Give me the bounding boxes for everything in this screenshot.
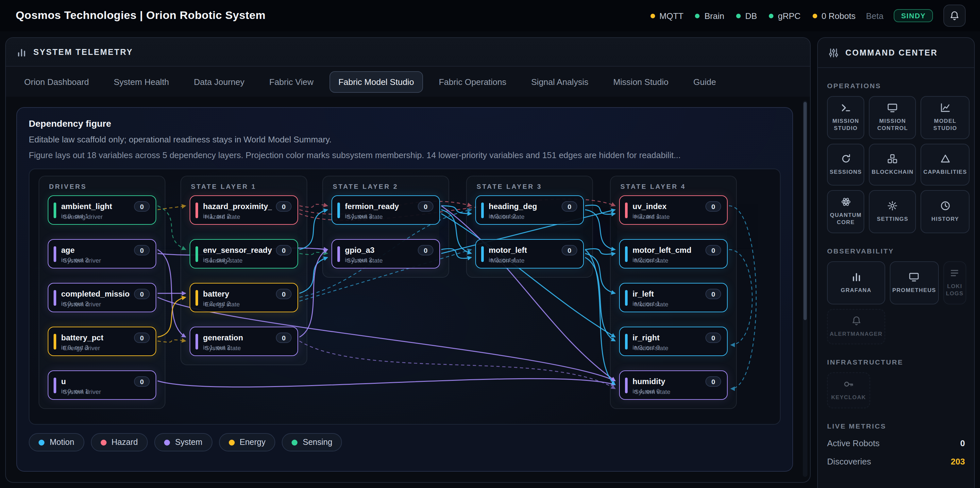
graph-node-completed_missions[interactable]: completed_missions0in 0, out 2System dri… [48, 283, 156, 312]
cc-button-capabilities[interactable]: CAPABILITIES [921, 144, 970, 185]
node-title-row: motor_left_cmd0 [633, 245, 721, 255]
cc-button-model-studio[interactable]: MODEL STUDIO [921, 96, 970, 139]
cc-button-prometheus[interactable]: PROMETHEUS [890, 261, 939, 304]
legend-label: Motion [50, 438, 74, 447]
legend-energy[interactable]: Energy [219, 433, 275, 452]
bell-icon [949, 11, 960, 21]
legend-hazard[interactable]: Hazard [91, 433, 148, 452]
node-name: hazard_proximity_m [203, 201, 272, 211]
tab-guide[interactable]: Guide [684, 71, 725, 92]
node-content: motor_left_cmd0in 2, out 1Motion state [633, 245, 721, 263]
graph-node-humidity[interactable]: humidity0in 4, out 0System state [619, 371, 728, 400]
status-grpc: gRPC [769, 11, 800, 21]
cc-button-sessions[interactable]: SESSIONS [827, 144, 864, 185]
legend-motion[interactable]: Motion [29, 433, 84, 452]
node-accent-bar [625, 290, 627, 306]
scrollbar-thumb[interactable] [803, 102, 807, 320]
tab-fabric-view[interactable]: Fabric View [260, 71, 323, 92]
legend-sensing[interactable]: Sensing [282, 433, 342, 452]
status-dot [695, 13, 700, 18]
cc-button-label: MISSION CONTROL [872, 117, 913, 133]
node-title-row: completed_missions0 [61, 288, 150, 299]
node-name: motor_left_cmd [633, 245, 691, 255]
edge-heading_deg-to-uv_index [585, 205, 615, 214]
legend-dot [100, 439, 106, 445]
graph-node-battery_pct[interactable]: battery_pct0in 0, out 3Energy driver [48, 326, 156, 356]
node-name: env_sensor_ready [203, 245, 272, 255]
cc-button-label: MODEL STUDIO [923, 117, 967, 133]
node-subsystem-text: System state [635, 388, 670, 395]
cc-button-loki-logs[interactable]: LOKI LOGS [943, 261, 966, 304]
tab-signal-analysis[interactable]: Signal Analysis [522, 71, 598, 92]
cc-button-history[interactable]: HISTORY [921, 190, 970, 233]
loki-logs-icon [950, 268, 960, 278]
node-name: fermion_ready [345, 201, 399, 211]
cc-button-label: QUANTUM CORE [830, 212, 862, 227]
legend-dot [291, 439, 298, 445]
telemetry-scrollbar[interactable] [803, 101, 807, 477]
cc-button-settings[interactable]: SETTINGS [869, 190, 916, 233]
tab-data-journey[interactable]: Data Journey [185, 71, 254, 92]
node-content: age0in 0, out 2System driver [61, 245, 150, 263]
tab-system-health[interactable]: System Health [105, 71, 178, 92]
graph-node-hazard_proximity_m[interactable]: hazard_proximity_m0in 1, out 2Hazard sta… [189, 195, 298, 225]
node-title-row: age0 [61, 245, 150, 255]
graph-node-ir_left[interactable]: ir_left0in 1, out 1Motion state [619, 283, 728, 312]
node-subtitle: in 1, out 2Sensing state [203, 256, 291, 263]
node-accent-bar [54, 246, 56, 261]
legend-label: Energy [240, 438, 266, 447]
tab-mission-studio[interactable]: Mission Studio [604, 71, 678, 92]
graph-node-ir_right[interactable]: ir_right0in 3, out 0Motion state [619, 326, 728, 356]
cc-button-keycloak[interactable]: KEYCLOAK [827, 373, 870, 408]
graph-node-battery[interactable]: battery0in 2, out 2Energy state [189, 283, 298, 312]
graph-node-heading_deg[interactable]: heading_deg0in 3, out 2Motion state [475, 195, 584, 225]
node-accent-bar [54, 333, 56, 349]
model-studio-icon [940, 103, 951, 113]
node-subtitle: in 3, out 4Motion state [489, 256, 577, 263]
notifications-button[interactable] [943, 5, 966, 27]
node-title-row: battery0 [203, 288, 291, 299]
status-label: DB [745, 11, 757, 21]
graph-node-uv_index[interactable]: uv_index0in 3, out 1Hazard state [619, 195, 728, 225]
main-layout: SYSTEM TELEMETRY Orion DashboardSystem H… [0, 32, 980, 488]
graph-node-env_sensor_ready[interactable]: env_sensor_ready0in 1, out 2Sensing stat… [189, 239, 298, 268]
app-title: Qosmos Technologies | Orion Robotic Syst… [16, 9, 266, 22]
legend-system[interactable]: System [154, 433, 212, 452]
edge-ambient_light-to-hazard_proximity_m [158, 206, 186, 210]
edge-u-to-humidity [158, 379, 615, 387]
cc-button-grafana[interactable]: GRAFANA [827, 261, 885, 304]
tab-orion-dashboard[interactable]: Orion Dashboard [15, 71, 98, 92]
node-count-badge: 0 [705, 245, 721, 255]
tab-fabric-operations[interactable]: Fabric Operations [430, 71, 515, 92]
node-content: ir_left0in 1, out 1Motion state [633, 288, 721, 307]
node-content: motor_left0in 3, out 4Motion state [489, 245, 577, 263]
live-metrics-label: LIVE METRICS [827, 422, 965, 430]
telemetry-body: Dependency figure Editable law scaffold … [6, 97, 810, 482]
graph-node-ambient_light[interactable]: ambient_light0in 0, out 1Sensing driver [48, 195, 156, 225]
status-label: MQTT [659, 11, 684, 21]
graph-node-fermion_ready[interactable]: fermion_ready0in 1, out 3System state [331, 195, 440, 225]
graph-node-gpio_a3[interactable]: gpio_a30in 2, out 2System state [331, 239, 440, 268]
node-title-row: gpio_a30 [345, 245, 433, 255]
tab-fabric-model-studio[interactable]: Fabric Model Studio [329, 71, 423, 92]
edge-env_sensor_ready-to-fermion_ready [299, 210, 328, 250]
cc-button-mission-control[interactable]: MISSION CONTROL [869, 96, 916, 139]
cc-button-alertmanager[interactable]: ALERTMANAGER [827, 309, 885, 345]
section-grid-infrastructure: KEYCLOAK [827, 373, 965, 408]
capabilities-icon [940, 153, 951, 164]
graph-node-age[interactable]: age0in 0, out 2System driver [48, 239, 156, 268]
node-count-badge: 0 [418, 201, 433, 211]
graph-node-motor_left[interactable]: motor_left0in 3, out 4Motion state [475, 239, 584, 268]
graph-node-motor_left_cmd[interactable]: motor_left_cmd0in 2, out 1Motion state [619, 239, 728, 268]
node-subtitle: in 2, out 2Energy state [203, 299, 291, 307]
node-title-row: generation0 [203, 332, 291, 343]
cc-button-mission-studio[interactable]: MISSION STUDIO [827, 96, 864, 139]
node-subsystem-text: Sensing driver [63, 213, 103, 220]
graph-node-generation[interactable]: generation0in 1, out 2System state [189, 326, 298, 356]
cc-button-quantum-core[interactable]: QUANTUM CORE [827, 190, 864, 233]
graph-node-u[interactable]: u0in 0, out 1System driver [48, 371, 156, 400]
node-count-badge: 0 [276, 201, 291, 211]
cc-button-blockchain[interactable]: BLOCKCHAIN [869, 144, 916, 185]
node-name: ambient_light [61, 201, 112, 211]
node-subtitle: in 0, out 2System driver [61, 299, 150, 307]
